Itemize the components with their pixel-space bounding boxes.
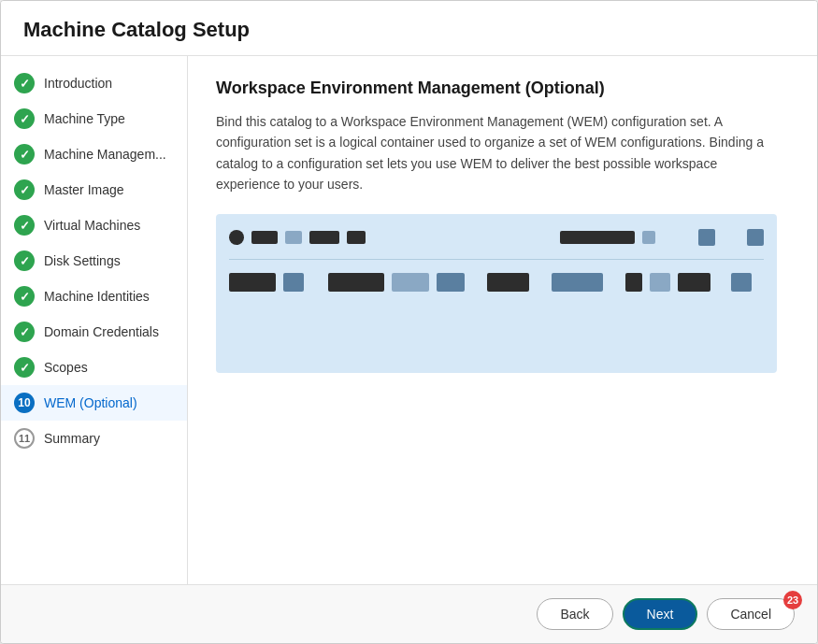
step-icon-scopes: ✓ <box>14 357 35 378</box>
step-icon-wem: 10 <box>14 393 35 413</box>
step-icon-introduction: ✓ <box>14 73 35 93</box>
footer: Back Next Cancel 23 <box>1 584 817 643</box>
step-icon-disk-settings: ✓ <box>14 250 35 271</box>
sidebar: ✓ Introduction ✓ Machine Type ✓ Machine … <box>1 56 188 584</box>
wem-block-row2-5 <box>437 273 465 292</box>
wem-block-row2-2 <box>283 273 304 292</box>
sidebar-item-introduction[interactable]: ✓ Introduction <box>1 65 187 101</box>
wem-block-4 <box>347 231 366 244</box>
sidebar-label-wem: WEM (Optional) <box>44 395 137 410</box>
cancel-button-wrapper: Cancel 23 <box>707 598 795 630</box>
step-icon-machine-management: ✓ <box>14 144 35 165</box>
wem-block-row2-6 <box>487 273 529 292</box>
sidebar-label-machine-type: Machine Type <box>44 111 125 126</box>
wem-block-row2-7 <box>552 273 603 292</box>
wem-block-2 <box>285 231 302 244</box>
back-button[interactable]: Back <box>537 598 612 630</box>
machine-catalog-setup-window: Machine Catalog Setup ✓ Introduction ✓ M… <box>0 0 818 644</box>
sidebar-item-machine-identities[interactable]: ✓ Machine Identities <box>1 279 187 314</box>
sidebar-label-virtual-machines: Virtual Machines <box>44 218 140 233</box>
wem-block-row2-1 <box>229 273 276 292</box>
sidebar-label-disk-settings: Disk Settings <box>44 253 121 268</box>
wem-block-row2-8 <box>625 273 642 292</box>
sidebar-item-wem[interactable]: 10 WEM (Optional) <box>1 385 187 421</box>
cancel-button[interactable]: Cancel <box>707 598 795 630</box>
sidebar-label-domain-credentials: Domain Credentials <box>44 324 159 339</box>
wem-circle-1 <box>229 230 244 245</box>
wem-block-1 <box>251 231 278 244</box>
wem-block-6 <box>642 231 655 244</box>
main-content: Workspace Environment Management (Option… <box>188 56 817 584</box>
sidebar-label-introduction: Introduction <box>44 76 112 91</box>
sidebar-item-virtual-machines[interactable]: ✓ Virtual Machines <box>1 208 187 243</box>
step-icon-machine-identities: ✓ <box>14 286 35 307</box>
sidebar-item-master-image[interactable]: ✓ Master Image <box>1 172 187 208</box>
step-icon-master-image: ✓ <box>14 179 35 200</box>
wem-block-row2-4 <box>392 273 429 292</box>
wem-row-1 <box>229 229 764 246</box>
sidebar-item-domain-credentials[interactable]: ✓ Domain Credentials <box>1 314 187 350</box>
wem-block-8 <box>747 229 764 246</box>
sidebar-item-scopes[interactable]: ✓ Scopes <box>1 350 187 385</box>
sidebar-label-machine-management: Machine Managem... <box>44 147 166 162</box>
wem-block-7 <box>698 229 715 246</box>
section-description: Bind this catalog to a Workspace Environ… <box>216 111 777 195</box>
sidebar-label-scopes: Scopes <box>44 360 88 375</box>
wem-preview <box>216 214 777 373</box>
sidebar-item-disk-settings[interactable]: ✓ Disk Settings <box>1 243 187 279</box>
window-header: Machine Catalog Setup <box>1 1 817 56</box>
section-title: Workspace Environment Management (Option… <box>216 79 789 98</box>
wem-row-2 <box>229 273 764 292</box>
wem-block-row2-11 <box>731 273 752 292</box>
sidebar-item-summary[interactable]: 11 Summary <box>1 421 187 456</box>
window-body: ✓ Introduction ✓ Machine Type ✓ Machine … <box>1 56 817 584</box>
wem-block-5 <box>560 231 635 244</box>
sidebar-label-master-image: Master Image <box>44 182 124 197</box>
wem-block-row2-3 <box>328 273 384 292</box>
wem-block-3 <box>309 231 339 244</box>
next-button[interactable]: Next <box>623 598 698 630</box>
cancel-badge: 23 <box>783 591 802 609</box>
step-icon-virtual-machines: ✓ <box>14 215 35 236</box>
step-icon-machine-type: ✓ <box>14 108 35 129</box>
step-icon-summary: 11 <box>14 428 35 449</box>
wem-block-row2-10 <box>678 273 710 292</box>
sidebar-label-machine-identities: Machine Identities <box>44 289 150 304</box>
window-title: Machine Catalog Setup <box>23 18 795 42</box>
sidebar-item-machine-type[interactable]: ✓ Machine Type <box>1 101 187 136</box>
step-icon-domain-credentials: ✓ <box>14 322 35 342</box>
sidebar-item-machine-management[interactable]: ✓ Machine Managem... <box>1 136 187 172</box>
sidebar-label-summary: Summary <box>44 431 100 446</box>
wem-block-row2-9 <box>650 273 670 292</box>
wem-separator <box>229 259 764 260</box>
